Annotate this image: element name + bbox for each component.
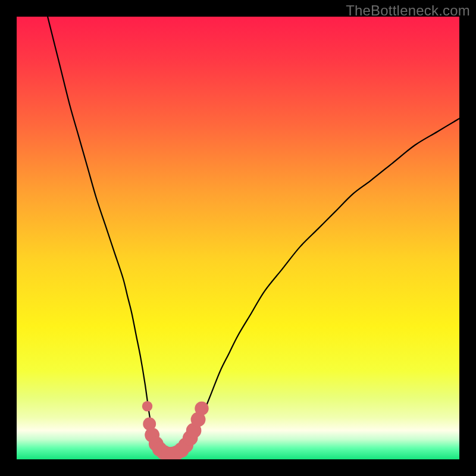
plot-area xyxy=(17,17,459,459)
bottleneck-chart xyxy=(17,17,459,459)
outer-frame: TheBottleneck.com xyxy=(0,0,476,476)
watermark-text: TheBottleneck.com xyxy=(346,2,470,19)
marker-dot xyxy=(142,401,152,411)
marker-dot xyxy=(195,402,208,415)
gradient-background xyxy=(17,17,459,459)
